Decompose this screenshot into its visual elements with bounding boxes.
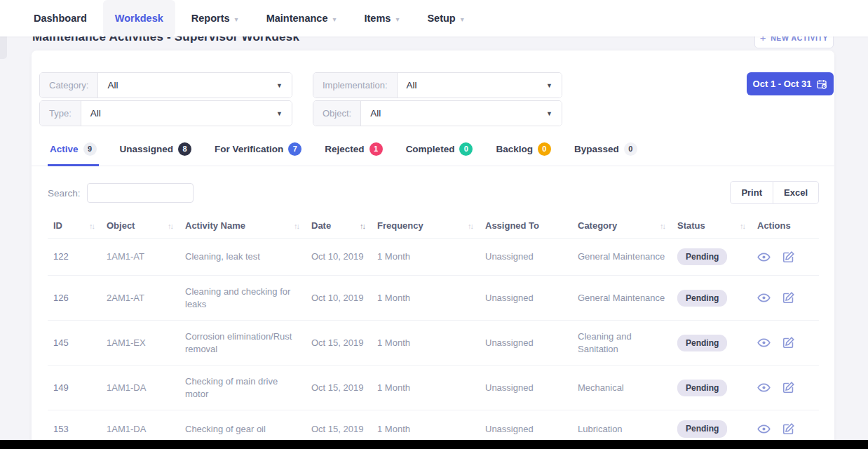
cell-actions <box>752 276 819 321</box>
tab-unassigned[interactable]: Unassigned8 <box>118 132 194 166</box>
filter-object-select[interactable]: All▼ <box>361 101 562 126</box>
status-badge: Pending <box>677 335 727 351</box>
table-row: 1262AM1-ATCleaning and checking for leak… <box>48 276 819 321</box>
nav-item-reports[interactable]: Reports▾ <box>179 0 250 36</box>
column-header-frequency[interactable]: Frequency↑↓ <box>372 215 480 239</box>
sort-arrows-icon: ↑↓ <box>89 222 95 230</box>
nav-item-workdesk[interactable]: Workdesk <box>103 0 175 36</box>
edit-pencil-icon[interactable] <box>782 381 795 394</box>
column-label: Actions <box>757 220 791 231</box>
view-eye-icon[interactable] <box>757 291 771 304</box>
tab-completed[interactable]: Completed0 <box>404 132 475 166</box>
cell-category: General Maintenance <box>572 239 672 276</box>
chevron-down-icon: ▾ <box>461 15 464 23</box>
filter-category-select[interactable]: All▼ <box>98 73 292 98</box>
cell-date: Oct 15, 2019 <box>306 321 372 366</box>
edit-pencil-icon[interactable] <box>782 291 795 304</box>
nav-item-maintenance[interactable]: Maintenance▾ <box>255 0 348 36</box>
view-eye-icon[interactable] <box>757 422 771 436</box>
activities-table-wrap: ID↑↓Object↑↓Activity Name↑↓Date↑↓Frequen… <box>48 215 819 449</box>
column-header-activity-name[interactable]: Activity Name↑↓ <box>179 215 306 239</box>
print-button[interactable]: Print <box>730 181 773 204</box>
filter-category: Category:All▼ <box>39 72 292 98</box>
nav-item-label: Workdesk <box>115 13 163 24</box>
column-header-category[interactable]: Category↑↓ <box>572 215 672 239</box>
filter-implementation-label: Implementation: <box>313 73 398 98</box>
main-card: Category:All▼Implementation:All▼Type:All… <box>32 51 834 449</box>
sort-arrows-icon: ↑↓ <box>168 222 174 230</box>
search-label: Search: <box>48 188 81 199</box>
filter-type-label: Type: <box>40 101 81 126</box>
status-badge: Pending <box>677 248 727 265</box>
tab-label: Completed <box>406 144 455 154</box>
cell-frequency: 1 Month <box>372 276 480 321</box>
filter-object-label: Object: <box>313 101 361 126</box>
nav-item-items[interactable]: Items▾ <box>353 0 412 36</box>
filter-implementation: Implementation:All▼ <box>313 72 562 98</box>
tab-bypassed[interactable]: Bypassed0 <box>572 132 639 166</box>
edit-pencil-icon[interactable] <box>782 422 795 436</box>
tab-count-badge: 7 <box>288 142 301 156</box>
filter-implementation-select[interactable]: All▼ <box>398 73 562 98</box>
cell-object: 2AM1-AT <box>101 276 179 321</box>
sort-arrows-icon: ↑↓ <box>294 222 300 230</box>
tab-label: Active <box>50 144 79 154</box>
dropdown-arrow-icon: ▼ <box>546 110 552 117</box>
nav-item-label: Dashboard <box>34 13 87 24</box>
dropdown-arrow-icon: ▼ <box>276 110 283 117</box>
column-label: Frequency <box>377 220 423 231</box>
view-eye-icon[interactable] <box>757 336 771 349</box>
column-header-id[interactable]: ID↑↓ <box>48 215 101 239</box>
column-label: Activity Name <box>185 220 245 231</box>
tab-active[interactable]: Active9 <box>48 132 99 166</box>
tab-count-badge: 8 <box>178 142 191 156</box>
column-header-inner: Activity Name↑↓ <box>185 220 300 231</box>
column-header-inner: Date↑↓ <box>311 220 366 231</box>
cell-object: 1AM1-AT <box>101 239 179 276</box>
cell-object: 1AM1-EX <box>101 321 179 366</box>
nav-item-dashboard[interactable]: Dashboard <box>22 0 99 36</box>
column-header-object[interactable]: Object↑↓ <box>101 215 179 239</box>
activities-table: ID↑↓Object↑↓Activity Name↑↓Date↑↓Frequen… <box>48 215 819 449</box>
column-header-inner: Status↑↓ <box>677 220 746 231</box>
cell-category: General Maintenance <box>572 276 672 321</box>
tab-for-verification[interactable]: For Verification7 <box>212 132 304 166</box>
column-header-date[interactable]: Date↑↓ <box>306 215 372 239</box>
filter-type-select[interactable]: All▼ <box>81 101 292 126</box>
cell-actions <box>752 321 819 366</box>
column-header-status[interactable]: Status↑↓ <box>672 215 752 239</box>
column-header-inner: Frequency↑↓ <box>377 220 474 231</box>
edit-pencil-icon[interactable] <box>782 250 795 264</box>
cell-assigned-to: Unassigned <box>480 366 572 410</box>
cell-category: Cleaning and Sanitation <box>572 321 672 366</box>
cell-assigned-to: Unassigned <box>480 321 572 366</box>
cell-id: 149 <box>48 366 101 410</box>
sort-arrows-icon: ↑↓ <box>740 222 746 230</box>
search-input[interactable] <box>87 183 194 203</box>
date-range-button[interactable]: Oct 1 - Oct 31 <box>747 72 834 95</box>
dropdown-arrow-icon: ▼ <box>276 82 283 89</box>
filter-category-value: All <box>107 80 118 91</box>
edit-pencil-icon[interactable] <box>782 336 795 349</box>
tab-label: Unassigned <box>120 144 174 154</box>
column-header-actions: Actions <box>752 215 819 239</box>
tab-label: Rejected <box>325 144 364 154</box>
calendar-clock-icon <box>816 79 827 90</box>
nav-item-label: Setup <box>427 13 455 24</box>
excel-button[interactable]: Excel <box>773 181 819 204</box>
tab-label: Backlog <box>496 144 533 154</box>
cell-date: Oct 15, 2019 <box>306 366 372 410</box>
cell-status: Pending <box>672 321 752 366</box>
tab-backlog[interactable]: Backlog0 <box>494 132 553 166</box>
view-eye-icon[interactable] <box>757 250 771 264</box>
cell-category: Mechanical <box>572 366 672 410</box>
nav-item-setup[interactable]: Setup▾ <box>415 0 475 36</box>
column-label: Status <box>677 220 705 231</box>
sort-arrows-icon: ↑↓ <box>660 222 666 230</box>
cell-activity-name: Checking of main drive motor <box>179 366 306 410</box>
table-row: 1221AM1-ATCleaning, leak testOct 10, 201… <box>48 239 819 276</box>
view-eye-icon[interactable] <box>757 381 771 394</box>
nav-item-label: Maintenance <box>266 13 328 24</box>
tab-rejected[interactable]: Rejected1 <box>323 132 384 166</box>
cell-status: Pending <box>672 366 752 410</box>
